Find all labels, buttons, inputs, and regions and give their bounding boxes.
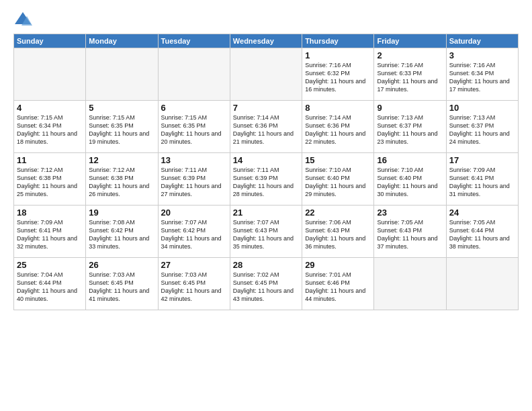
day-cell <box>374 258 446 310</box>
day-info: Sunrise: 7:11 AMSunset: 6:39 PMDaylight:… <box>161 166 227 199</box>
day-number: 19 <box>89 208 154 218</box>
day-info: Sunrise: 7:15 AMSunset: 6:35 PMDaylight:… <box>161 113 227 146</box>
day-cell: 27Sunrise: 7:03 AMSunset: 6:45 PMDayligh… <box>158 258 230 310</box>
day-info: Sunrise: 7:06 AMSunset: 6:43 PMDaylight:… <box>305 218 371 251</box>
calendar-table: SundayMondayTuesdayWednesdayThursdayFrid… <box>13 34 519 310</box>
day-number: 28 <box>233 260 299 270</box>
day-number: 7 <box>233 103 299 113</box>
day-cell: 12Sunrise: 7:12 AMSunset: 6:38 PMDayligh… <box>86 153 158 205</box>
day-info: Sunrise: 7:14 AMSunset: 6:36 PMDaylight:… <box>305 113 371 146</box>
col-header-tuesday: Tuesday <box>158 34 230 48</box>
col-header-sunday: Sunday <box>14 34 86 48</box>
day-number: 9 <box>377 103 443 113</box>
day-number: 11 <box>17 155 83 165</box>
day-info: Sunrise: 7:15 AMSunset: 6:35 PMDaylight:… <box>89 113 154 146</box>
day-number: 6 <box>161 103 227 113</box>
day-info: Sunrise: 7:10 AMSunset: 6:40 PMDaylight:… <box>305 166 371 199</box>
day-info: Sunrise: 7:14 AMSunset: 6:36 PMDaylight:… <box>233 113 299 146</box>
day-cell <box>158 48 230 101</box>
day-cell: 20Sunrise: 7:07 AMSunset: 6:42 PMDayligh… <box>158 205 230 258</box>
day-info: Sunrise: 7:09 AMSunset: 6:41 PMDaylight:… <box>449 166 515 199</box>
day-info: Sunrise: 7:12 AMSunset: 6:38 PMDaylight:… <box>17 166 83 199</box>
day-info: Sunrise: 7:03 AMSunset: 6:45 PMDaylight:… <box>89 271 154 304</box>
day-cell: 4Sunrise: 7:15 AMSunset: 6:34 PMDaylight… <box>14 101 86 153</box>
day-info: Sunrise: 7:04 AMSunset: 6:44 PMDaylight:… <box>17 271 83 304</box>
week-row-3: 18Sunrise: 7:09 AMSunset: 6:41 PMDayligh… <box>14 205 519 258</box>
day-number: 3 <box>449 50 515 60</box>
day-number: 8 <box>305 103 371 113</box>
day-cell: 16Sunrise: 7:10 AMSunset: 6:40 PMDayligh… <box>374 153 446 205</box>
day-cell: 21Sunrise: 7:07 AMSunset: 6:43 PMDayligh… <box>230 205 302 258</box>
day-info: Sunrise: 7:13 AMSunset: 6:37 PMDaylight:… <box>377 113 443 146</box>
day-cell: 9Sunrise: 7:13 AMSunset: 6:37 PMDaylight… <box>374 101 446 153</box>
day-cell <box>230 48 302 101</box>
col-header-friday: Friday <box>374 34 446 48</box>
day-cell: 19Sunrise: 7:08 AMSunset: 6:42 PMDayligh… <box>86 205 158 258</box>
day-number: 27 <box>161 260 227 270</box>
page: SundayMondayTuesdayWednesdayThursdayFrid… <box>0 0 532 411</box>
day-cell: 18Sunrise: 7:09 AMSunset: 6:41 PMDayligh… <box>14 205 86 258</box>
day-info: Sunrise: 7:07 AMSunset: 6:43 PMDaylight:… <box>233 218 299 251</box>
day-cell: 14Sunrise: 7:11 AMSunset: 6:39 PMDayligh… <box>230 153 302 205</box>
day-number: 17 <box>449 155 515 165</box>
day-number: 18 <box>17 208 83 218</box>
day-info: Sunrise: 7:16 AMSunset: 6:32 PMDaylight:… <box>305 61 371 94</box>
week-row-2: 11Sunrise: 7:12 AMSunset: 6:38 PMDayligh… <box>14 153 519 205</box>
day-number: 26 <box>89 260 154 270</box>
day-info: Sunrise: 7:09 AMSunset: 6:41 PMDaylight:… <box>17 218 83 251</box>
day-cell: 3Sunrise: 7:16 AMSunset: 6:34 PMDaylight… <box>446 48 518 101</box>
day-info: Sunrise: 7:13 AMSunset: 6:37 PMDaylight:… <box>449 113 515 146</box>
day-info: Sunrise: 7:03 AMSunset: 6:45 PMDaylight:… <box>161 271 227 304</box>
day-number: 20 <box>161 208 227 218</box>
day-cell: 13Sunrise: 7:11 AMSunset: 6:39 PMDayligh… <box>158 153 230 205</box>
day-cell: 17Sunrise: 7:09 AMSunset: 6:41 PMDayligh… <box>446 153 518 205</box>
week-row-1: 4Sunrise: 7:15 AMSunset: 6:34 PMDaylight… <box>14 101 519 153</box>
day-cell: 5Sunrise: 7:15 AMSunset: 6:35 PMDaylight… <box>86 101 158 153</box>
day-number: 1 <box>305 50 371 60</box>
day-info: Sunrise: 7:05 AMSunset: 6:43 PMDaylight:… <box>377 218 443 251</box>
day-cell: 29Sunrise: 7:01 AMSunset: 6:46 PMDayligh… <box>302 258 374 310</box>
day-number: 2 <box>377 50 443 60</box>
day-cell: 25Sunrise: 7:04 AMSunset: 6:44 PMDayligh… <box>14 258 86 310</box>
day-cell: 10Sunrise: 7:13 AMSunset: 6:37 PMDayligh… <box>446 101 518 153</box>
day-info: Sunrise: 7:01 AMSunset: 6:46 PMDaylight:… <box>305 271 371 304</box>
day-cell: 24Sunrise: 7:05 AMSunset: 6:44 PMDayligh… <box>446 205 518 258</box>
day-number: 13 <box>161 155 227 165</box>
col-header-thursday: Thursday <box>302 34 374 48</box>
day-cell: 2Sunrise: 7:16 AMSunset: 6:33 PMDaylight… <box>374 48 446 101</box>
day-cell <box>14 48 86 101</box>
day-number: 23 <box>377 208 443 218</box>
day-cell: 22Sunrise: 7:06 AMSunset: 6:43 PMDayligh… <box>302 205 374 258</box>
day-cell: 7Sunrise: 7:14 AMSunset: 6:36 PMDaylight… <box>230 101 302 153</box>
day-cell: 23Sunrise: 7:05 AMSunset: 6:43 PMDayligh… <box>374 205 446 258</box>
day-cell: 6Sunrise: 7:15 AMSunset: 6:35 PMDaylight… <box>158 101 230 153</box>
col-header-monday: Monday <box>86 34 158 48</box>
col-header-saturday: Saturday <box>446 34 518 48</box>
day-number: 4 <box>17 103 83 113</box>
day-cell: 1Sunrise: 7:16 AMSunset: 6:32 PMDaylight… <box>302 48 374 101</box>
col-header-wednesday: Wednesday <box>230 34 302 48</box>
day-cell <box>446 258 518 310</box>
day-number: 29 <box>305 260 371 270</box>
day-number: 15 <box>305 155 371 165</box>
header <box>13 11 519 27</box>
day-number: 21 <box>233 208 299 218</box>
day-info: Sunrise: 7:15 AMSunset: 6:34 PMDaylight:… <box>17 113 83 146</box>
day-cell: 28Sunrise: 7:02 AMSunset: 6:45 PMDayligh… <box>230 258 302 310</box>
day-info: Sunrise: 7:16 AMSunset: 6:34 PMDaylight:… <box>449 61 515 94</box>
day-cell <box>86 48 158 101</box>
day-info: Sunrise: 7:11 AMSunset: 6:39 PMDaylight:… <box>233 166 299 199</box>
day-cell: 26Sunrise: 7:03 AMSunset: 6:45 PMDayligh… <box>86 258 158 310</box>
day-info: Sunrise: 7:10 AMSunset: 6:40 PMDaylight:… <box>377 166 443 199</box>
day-info: Sunrise: 7:07 AMSunset: 6:42 PMDaylight:… <box>161 218 227 251</box>
day-number: 14 <box>233 155 299 165</box>
day-info: Sunrise: 7:05 AMSunset: 6:44 PMDaylight:… <box>449 218 515 251</box>
day-number: 24 <box>449 208 515 218</box>
day-number: 5 <box>89 103 154 113</box>
day-number: 10 <box>449 103 515 113</box>
day-info: Sunrise: 7:08 AMSunset: 6:42 PMDaylight:… <box>89 218 154 251</box>
day-number: 12 <box>89 155 154 165</box>
day-cell: 8Sunrise: 7:14 AMSunset: 6:36 PMDaylight… <box>302 101 374 153</box>
day-number: 16 <box>377 155 443 165</box>
week-row-4: 25Sunrise: 7:04 AMSunset: 6:44 PMDayligh… <box>14 258 519 310</box>
